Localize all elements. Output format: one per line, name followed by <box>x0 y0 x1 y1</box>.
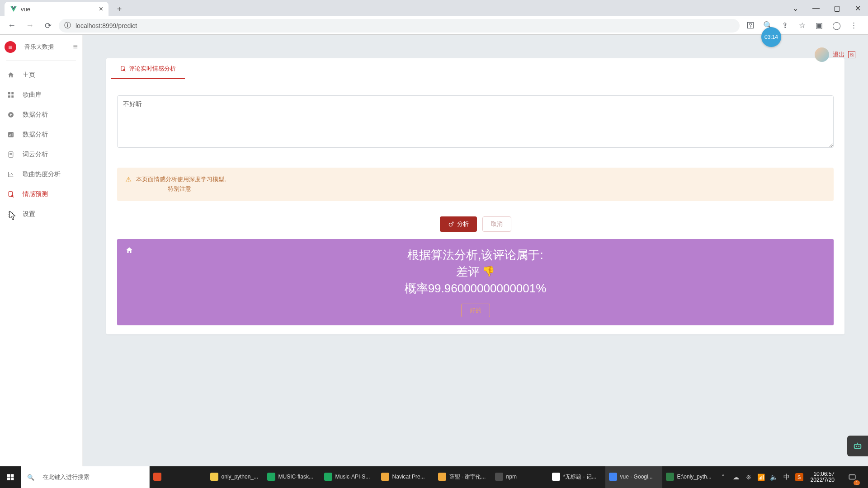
browser-tab[interactable]: vue × <box>5 2 108 16</box>
forward-icon: → <box>23 19 37 33</box>
svg-rect-8 <box>12 133 12 136</box>
taskbar-app[interactable]: Music-API-S... <box>321 466 377 488</box>
comment-textarea[interactable] <box>117 95 834 148</box>
share-icon[interactable]: ⇪ <box>778 19 792 33</box>
result-sentiment-row: 差评 👎 <box>456 264 495 280</box>
avatar[interactable] <box>815 47 829 62</box>
app-icon <box>153 473 161 481</box>
notification-button[interactable]: 1 <box>842 466 863 488</box>
search-doc-icon <box>6 190 15 199</box>
sidebar: 音乐大数据 ≡ 主页 歌曲库 数据分析 数据分析 词云分析 歌曲热度分析 <box>0 35 83 466</box>
home-icon[interactable] <box>125 246 133 257</box>
svg-rect-0 <box>8 92 10 94</box>
app-label: Navicat Pre... <box>392 474 425 480</box>
analyze-button[interactable]: 分析 <box>440 216 477 232</box>
search-doc-icon <box>120 66 126 72</box>
collapse-icon[interactable]: ≡ <box>73 42 78 52</box>
svg-point-18 <box>10 213 12 215</box>
taskbar-search[interactable]: 🔍 在此键入进行搜索 <box>21 466 150 488</box>
svg-point-26 <box>858 446 859 447</box>
back-icon[interactable]: ← <box>5 19 19 33</box>
sidebar-item-sentiment[interactable]: 情感预测 <box>0 184 82 204</box>
play-circle-icon <box>6 110 15 119</box>
sidebar-item-label: 设置 <box>23 210 35 218</box>
notif-badge: 1 <box>854 480 860 485</box>
app-icon <box>552 473 560 481</box>
svg-rect-31 <box>11 478 14 480</box>
taskbar-app[interactable]: MUSIC-flask... <box>264 466 321 488</box>
timer-text: 03:14 <box>764 34 778 40</box>
taskbar-app[interactable] <box>150 466 207 488</box>
window-controls: ⌄ — ▢ ✕ <box>785 0 868 16</box>
search-icon: 🔍 <box>27 474 34 481</box>
svg-rect-30 <box>7 478 10 480</box>
key-icon[interactable]: ⚿ <box>743 19 758 33</box>
menu-icon[interactable]: ⋮ <box>846 19 861 33</box>
minimize-icon[interactable]: — <box>806 0 826 16</box>
assist-icon <box>853 441 863 451</box>
reader-icon[interactable]: ▣ <box>812 19 826 33</box>
site-info-icon[interactable]: ⓘ <box>64 21 71 30</box>
url-input[interactable]: ⓘ localhost:8999/predict <box>59 19 740 33</box>
sidebar-item-wordcloud[interactable]: 词云分析 <box>0 145 82 164</box>
tray-wifi-icon[interactable]: 📶 <box>757 473 765 481</box>
close-tab-icon[interactable]: × <box>99 5 103 13</box>
assist-button[interactable] <box>847 436 868 456</box>
tray-input-icon[interactable]: S <box>795 473 803 481</box>
sidebar-item-heat[interactable]: 歌曲热度分析 <box>0 164 82 184</box>
sidebar-item-data2[interactable]: 数据分析 <box>0 125 82 145</box>
new-tab-button[interactable]: + <box>113 3 126 15</box>
cancel-button[interactable]: 取消 <box>482 216 511 232</box>
card-body <box>106 79 844 159</box>
taskbar-app[interactable]: *无标题 - 记... <box>548 466 605 488</box>
svg-point-25 <box>856 446 857 447</box>
reload-icon[interactable]: ⟳ <box>41 19 55 33</box>
svg-rect-29 <box>11 474 14 477</box>
card-tab[interactable]: 评论实时情感分析 <box>111 58 185 79</box>
app-label: E:\only_pyth... <box>677 474 712 480</box>
tray-bluetooth-icon[interactable]: ※ <box>745 473 753 481</box>
sidebar-item-settings[interactable]: 设置 <box>0 204 82 224</box>
tray-onedrive-icon[interactable]: ☁ <box>732 473 740 481</box>
taskbar-app[interactable]: npm <box>491 466 548 488</box>
taskbar-app[interactable]: only_python_... <box>207 466 264 488</box>
start-button[interactable] <box>0 466 21 488</box>
app-root: 音乐大数据 ≡ 主页 歌曲库 数据分析 数据分析 词云分析 歌曲热度分析 <box>0 35 868 466</box>
svg-rect-7 <box>10 134 11 136</box>
alert-line1: 本页面情感分析使用深度学习模型, <box>136 175 226 184</box>
bookmark-icon[interactable]: ☆ <box>795 19 809 33</box>
tray-ime-icon[interactable]: 中 <box>783 473 791 481</box>
taskbar: 🔍 在此键入进行搜索 only_python_...MUSIC-flask...… <box>0 466 868 488</box>
logout-link[interactable]: 退出 <box>833 51 844 59</box>
url-text: localhost:8999/predict <box>75 22 137 29</box>
taskbar-app[interactable]: Navicat Pre... <box>377 466 434 488</box>
app-label: npm <box>506 474 517 480</box>
logout-icon[interactable]: ⎘ <box>848 51 855 58</box>
result-sentiment: 差评 <box>456 264 480 280</box>
app-label: vue - Googl... <box>620 474 653 480</box>
ok-button[interactable]: 好的 <box>461 304 490 317</box>
tray-chevron-icon[interactable]: ˄ <box>719 473 727 481</box>
timer-badge[interactable]: 03:14 <box>761 27 781 47</box>
ok-label: 好的 <box>470 307 481 314</box>
close-window-icon[interactable]: ✕ <box>847 0 868 16</box>
app-icon <box>324 473 332 481</box>
chevron-down-icon[interactable]: ⌄ <box>785 0 806 16</box>
maximize-icon[interactable]: ▢ <box>826 0 847 16</box>
sidebar-item-songs[interactable]: 歌曲库 <box>0 85 82 105</box>
svg-point-14 <box>12 174 13 175</box>
card-tab-label: 评论实时情感分析 <box>129 65 176 73</box>
svg-line-17 <box>13 197 14 197</box>
tray-volume-icon[interactable]: 🔈 <box>770 473 778 481</box>
sidebar-title: 音乐大数据 <box>24 43 54 51</box>
sidebar-item-label: 词云分析 <box>23 150 48 159</box>
taskbar-app[interactable]: 薛盟 - 谢宇伦... <box>434 466 491 488</box>
sidebar-item-home[interactable]: 主页 <box>0 65 82 85</box>
sidebar-item-data1[interactable]: 数据分析 <box>0 105 82 125</box>
sidebar-item-label: 主页 <box>23 71 35 79</box>
taskbar-app[interactable]: vue - Googl... <box>605 466 662 488</box>
taskbar-app[interactable]: E:\only_pyth... <box>662 466 719 488</box>
profile-icon[interactable]: ◯ <box>829 19 844 33</box>
taskbar-clock[interactable]: 10:06:57 2022/7/20 <box>808 471 837 483</box>
sidebar-item-label: 情感预测 <box>23 190 48 198</box>
